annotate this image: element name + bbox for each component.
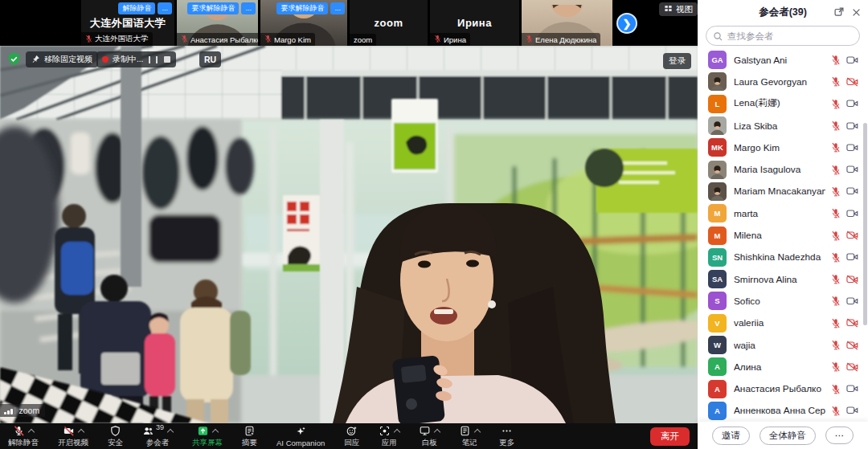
toolbar-item-more[interactable]: 更多 <box>499 424 514 448</box>
unmute-request-button[interactable]: 要求解除静音 <box>187 2 239 14</box>
toolbar-item-apps[interactable]: 应用 <box>379 424 399 448</box>
participants-panel: 参会者(39) GAGalstyan AniLaura GevorgyanLLe… <box>698 0 868 449</box>
thumb-name-label: Елена Дюдюкина <box>522 33 600 46</box>
participant-row[interactable]: Mariam Mnacakanyan <box>698 181 868 202</box>
toolbar-item-summary[interactable]: 摘要 <box>242 424 257 448</box>
remove-pin-button[interactable]: 移除固定视频 <box>26 51 98 67</box>
panel-more-button[interactable]: ⋯ <box>825 427 854 444</box>
participant-row[interactable]: AАнастасия Рыбалко <box>698 378 868 399</box>
next-page-button[interactable]: ❯ <box>616 13 637 34</box>
thumbnail-zoom[interactable]: zoomzoom <box>349 0 428 46</box>
participant-row[interactable]: GAGalstyan Ani <box>698 49 868 71</box>
thumbnail-irina[interactable]: ИринаИрина <box>429 0 519 46</box>
toolbar-item-whiteboard[interactable]: 白板 <box>419 424 440 448</box>
avatar: L <box>708 95 727 113</box>
participant-row[interactable]: MMilena <box>698 224 868 246</box>
toolbar-item-ai-companion[interactable]: AI Companion <box>276 425 325 447</box>
thumbnail-margo[interactable]: 要求解除静音...Margo Kim <box>260 0 347 46</box>
participant-row[interactable]: SSofico <box>698 290 868 312</box>
main-video[interactable]: 移除固定视频 录制中... RU 登录 zoom <box>0 46 698 423</box>
muted-mic-icon <box>85 35 92 44</box>
participant-row[interactable]: Vvaleriia <box>698 312 868 334</box>
participant-name: Shishkina Nadezhda <box>734 251 825 263</box>
chevron-up-icon[interactable] <box>434 429 440 435</box>
thumb-name-label: Анастасия Рыбалко <box>177 33 258 46</box>
toolbar-item-security[interactable]: 安全 <box>108 424 123 448</box>
video-off-icon <box>846 341 858 350</box>
participant-row[interactable]: Mmarta <box>698 202 868 224</box>
stop-recording-button[interactable] <box>164 56 170 63</box>
pause-recording-button[interactable] <box>149 56 158 63</box>
thumbnail-elena[interactable]: Елена Дюдюкина <box>521 0 612 46</box>
chevron-up-icon[interactable] <box>28 429 35 435</box>
participant-name: Liza Skiba <box>734 120 825 132</box>
participant-row[interactable]: AАлина <box>698 356 868 378</box>
muted-mic-icon <box>831 55 841 65</box>
meeting-toolbar: 解除静音开启视频安全39参会者共享屏幕摘要AI Companion回应应用白板笔… <box>0 423 698 449</box>
chevron-up-icon[interactable] <box>212 429 219 435</box>
avatar <box>708 161 727 179</box>
chevron-up-icon[interactable] <box>78 429 84 435</box>
scrollbar[interactable] <box>863 123 867 325</box>
mute-all-button[interactable]: 全体静音 <box>760 427 816 445</box>
popout-icon[interactable] <box>833 6 845 21</box>
muted-mic-icon <box>831 165 841 175</box>
participant-row[interactable]: Maria Isagulova <box>698 158 868 180</box>
interpretation-language-badge[interactable]: RU <box>199 51 221 67</box>
video-off-icon <box>846 231 858 240</box>
thumb-more-button[interactable]: ... <box>330 2 345 14</box>
participant-row[interactable]: MKMargo Kim <box>698 137 868 158</box>
participant-row[interactable]: Liza Skiba <box>698 115 868 137</box>
participant-row[interactable]: Laura Gevorgyan <box>698 71 868 92</box>
close-icon[interactable] <box>851 6 862 21</box>
participant-name: Анненкова Анна Сергеевна <box>734 405 825 416</box>
participant-name: Laura Gevorgyan <box>734 76 825 88</box>
unmute-request-button[interactable]: 解除静音 <box>118 2 155 14</box>
video-off-icon <box>846 275 858 284</box>
invite-button[interactable]: 邀请 <box>712 427 750 445</box>
summary-icon <box>244 425 256 437</box>
unmute-request-button[interactable]: 要求解除静音 <box>276 2 328 14</box>
toolbar-item-unmute[interactable]: 解除静音 <box>8 424 39 448</box>
toolbar-item-reactions[interactable]: 回应 <box>344 424 359 448</box>
start-video-icon <box>63 425 75 437</box>
chevron-up-icon[interactable] <box>474 429 481 435</box>
toolbar-item-participants[interactable]: 39参会者 <box>142 424 173 448</box>
muted-mic-icon <box>526 35 533 44</box>
recording-label: 录制中... <box>113 54 143 65</box>
thumb-more-button[interactable]: ... <box>158 2 172 14</box>
participant-row[interactable]: Wwajia <box>698 334 868 356</box>
muted-mic-icon <box>181 35 188 44</box>
video-off-icon <box>846 318 858 328</box>
toolbar-item-start-video[interactable]: 开启视频 <box>58 424 88 448</box>
security-shield-icon[interactable] <box>6 51 22 67</box>
participant-row[interactable]: AАнненкова Анна Сергеевна <box>698 400 868 420</box>
participant-row[interactable]: LLena(莉娜) <box>698 93 868 115</box>
video-on-icon <box>846 384 858 394</box>
participants-list[interactable]: GAGalstyan AniLaura GevorgyanLLena(莉娜)Li… <box>698 49 868 420</box>
leave-button[interactable]: 离开 <box>650 427 690 446</box>
chevron-up-icon[interactable] <box>167 429 174 435</box>
avatar: GA <box>708 51 727 69</box>
muted-mic-icon <box>434 35 441 44</box>
thumbnail-dlufl[interactable]: 大连外国语大学解除静音...大连外国语大学 <box>80 0 174 46</box>
muted-mic-icon <box>831 186 841 197</box>
participant-row[interactable]: SNShishkina Nadezhda <box>698 247 868 268</box>
thumb-more-button[interactable]: ... <box>241 2 256 14</box>
avatar: A <box>708 357 727 376</box>
connection-quality-icon <box>4 407 16 414</box>
view-button[interactable]: 视图 <box>659 2 698 16</box>
share-screen-icon <box>197 425 209 437</box>
muted-mic-icon <box>831 384 841 394</box>
thumbnail-anastasia[interactable]: 要求解除静音...Анастасия Рыбалко <box>176 0 258 46</box>
video-on-icon <box>846 121 858 131</box>
participants-search-input[interactable] <box>706 26 860 46</box>
muted-mic-icon <box>831 252 841 263</box>
login-button[interactable]: 登录 <box>663 53 691 69</box>
chevron-up-icon[interactable] <box>394 429 400 435</box>
toolbar-item-share-screen[interactable]: 共享屏幕 <box>192 424 223 448</box>
participant-name: wajia <box>734 340 825 351</box>
avatar: A <box>708 402 727 420</box>
participant-row[interactable]: SASmirnova Alina <box>698 268 868 290</box>
toolbar-item-notes[interactable]: 笔记 <box>459 424 480 448</box>
